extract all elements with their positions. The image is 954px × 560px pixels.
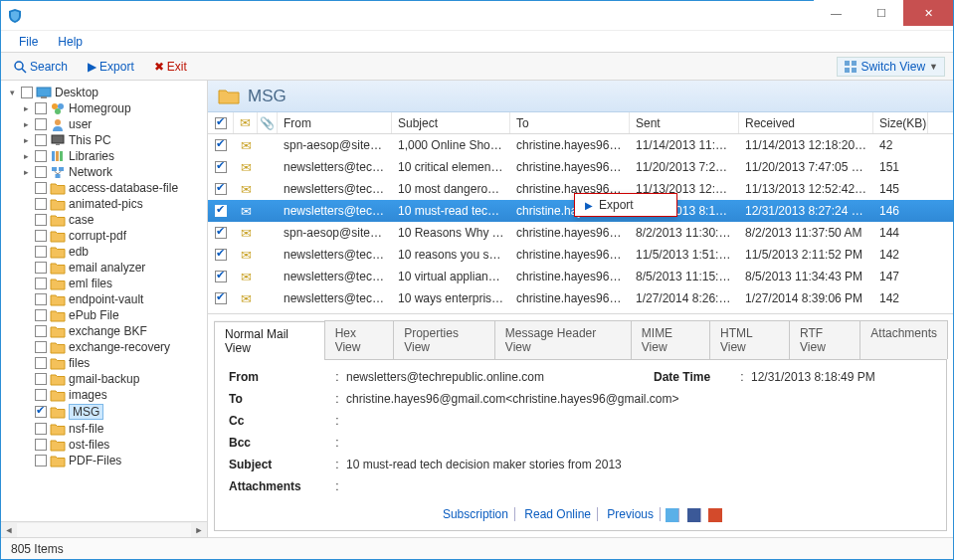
checkbox[interactable]: [35, 357, 47, 369]
message-row[interactable]: ✉newsletters@tech...10 ways enterprise I…: [208, 287, 953, 309]
expand-icon[interactable]: ▸: [21, 103, 32, 114]
col-received[interactable]: Received: [739, 112, 873, 133]
folder-tree[interactable]: ▾Desktop▸Homegroup▸user▸This PC▸Librarie…: [1, 81, 207, 521]
checkbox[interactable]: [35, 214, 47, 226]
checkbox[interactable]: [215, 227, 227, 239]
list-body[interactable]: ✉spn-aesop@sitep...1,000 Online Shopp...…: [208, 134, 953, 313]
tree-item-email-analyzer[interactable]: email analyzer: [19, 260, 207, 276]
tree-item-eml-files[interactable]: eml files: [19, 276, 207, 291]
tree-item-images[interactable]: images: [19, 387, 207, 403]
checkbox[interactable]: [21, 87, 33, 98]
tree-item-edb[interactable]: edb: [19, 244, 207, 260]
tree-item-endpoint-vault[interactable]: endpoint-vault: [19, 291, 207, 307]
checkbox[interactable]: [35, 262, 47, 274]
checkbox[interactable]: [35, 309, 47, 321]
checkbox[interactable]: [35, 373, 47, 385]
twitter-icon[interactable]: [666, 508, 679, 522]
tree-item-exchange-recovery[interactable]: exchange-recovery: [19, 339, 207, 355]
col-sent[interactable]: Sent: [630, 112, 739, 133]
col-envelope[interactable]: ✉: [234, 112, 258, 133]
tree-item-access-database-file[interactable]: access-database-file: [19, 180, 207, 196]
tree-item-exchange-bkf[interactable]: exchange BKF: [19, 323, 207, 339]
message-row[interactable]: ✉newsletters@tech...10 critical elements…: [208, 156, 953, 178]
scroll-track[interactable]: [17, 523, 191, 537]
tree-item-desktop[interactable]: ▾Desktop: [5, 85, 207, 100]
tab-rtf-view[interactable]: RTF View: [789, 320, 860, 359]
checkbox[interactable]: [215, 139, 227, 151]
tree-item-files[interactable]: files: [19, 355, 207, 371]
tree-item-pdf-files[interactable]: PDF-Files: [19, 453, 207, 468]
checkbox[interactable]: [215, 271, 227, 282]
checkbox-icon[interactable]: [215, 117, 227, 129]
checkbox[interactable]: [35, 134, 47, 146]
col-from[interactable]: From: [278, 112, 392, 133]
checkbox[interactable]: [35, 166, 47, 178]
menu-file[interactable]: File: [11, 33, 46, 51]
col-checkbox[interactable]: [208, 112, 234, 133]
link-read-online[interactable]: Read Online: [518, 507, 598, 521]
tab-html-view[interactable]: HTML View: [709, 320, 790, 359]
checkbox[interactable]: [35, 406, 47, 418]
tree-item[interactable]: ▸Libraries: [19, 148, 207, 164]
checkbox[interactable]: [35, 455, 47, 467]
message-row[interactable]: ✉spn-aesop@sitep...10 Reasons Why Yo...c…: [208, 222, 953, 244]
context-export[interactable]: ▶ Export: [575, 194, 676, 216]
message-row[interactable]: ✉spn-aesop@sitep...1,000 Online Shopp...…: [208, 134, 953, 156]
checkbox[interactable]: [35, 423, 47, 435]
checkbox[interactable]: [35, 118, 47, 130]
tree-item[interactable]: ▸This PC: [19, 132, 207, 148]
tab-hex-view[interactable]: Hex View: [324, 320, 395, 359]
col-size[interactable]: Size(KB): [873, 112, 928, 133]
message-row[interactable]: ✉newsletters@tech...10 virtual appliance…: [208, 266, 953, 287]
checkbox[interactable]: [215, 161, 227, 173]
checkbox[interactable]: [215, 205, 227, 217]
facebook-icon[interactable]: [687, 508, 701, 522]
tree-item[interactable]: ▸Homegroup: [19, 100, 207, 116]
expand-icon[interactable]: ▸: [21, 135, 32, 146]
link-previous[interactable]: Previous: [601, 507, 661, 521]
col-attachment[interactable]: 📎: [258, 112, 278, 133]
expand-icon[interactable]: ▸: [21, 119, 32, 130]
maximize-button[interactable]: ☐: [859, 0, 903, 26]
checkbox[interactable]: [35, 293, 47, 305]
checkbox[interactable]: [215, 249, 227, 261]
tree-item-gmail-backup[interactable]: gmail-backup: [19, 371, 207, 387]
menu-help[interactable]: Help: [50, 33, 91, 51]
tab-mime-view[interactable]: MIME View: [631, 320, 710, 359]
checkbox[interactable]: [35, 102, 47, 114]
checkbox[interactable]: [35, 278, 47, 289]
tree-item[interactable]: ▸user: [19, 116, 207, 132]
checkbox[interactable]: [215, 183, 227, 195]
checkbox[interactable]: [35, 325, 47, 337]
search-button[interactable]: Search: [9, 58, 72, 76]
checkbox[interactable]: [35, 246, 47, 258]
tree-item-animated-pics[interactable]: animated-pics: [19, 196, 207, 212]
sidebar-hscroll[interactable]: ◄ ►: [1, 521, 207, 537]
collapse-icon[interactable]: ▾: [7, 88, 18, 98]
checkbox[interactable]: [35, 230, 47, 242]
tree-item[interactable]: ▸Network: [19, 164, 207, 180]
tree-item-epub-file[interactable]: ePub File: [19, 307, 207, 323]
exit-button[interactable]: ✖ Exit: [150, 58, 191, 76]
tree-item-msg[interactable]: MSG: [19, 403, 207, 421]
tab-normal-mail-view[interactable]: Normal Mail View: [214, 321, 325, 360]
tab-attachments[interactable]: Attachments: [859, 320, 948, 359]
checkbox[interactable]: [35, 341, 47, 353]
tree-item-case[interactable]: case: [19, 212, 207, 228]
tree-item-nsf-file[interactable]: nsf-file: [19, 421, 207, 437]
link-subscription[interactable]: Subscription: [437, 507, 515, 521]
tab-message-header-view[interactable]: Message Header View: [494, 320, 632, 359]
checkbox[interactable]: [35, 439, 47, 451]
checkbox[interactable]: [35, 150, 47, 162]
tree-item-corrupt-pdf[interactable]: corrupt-pdf: [19, 228, 207, 244]
googleplus-icon[interactable]: [708, 508, 722, 522]
close-button[interactable]: ✕: [903, 0, 953, 26]
tree-item-ost-files[interactable]: ost-files: [19, 437, 207, 453]
scroll-left-icon[interactable]: ◄: [1, 523, 17, 537]
checkbox[interactable]: [35, 389, 47, 401]
checkbox[interactable]: [35, 198, 47, 210]
scroll-right-icon[interactable]: ►: [191, 523, 207, 537]
expand-icon[interactable]: ▸: [21, 167, 32, 178]
export-button[interactable]: ▶ Export: [84, 58, 138, 76]
checkbox[interactable]: [215, 292, 227, 304]
